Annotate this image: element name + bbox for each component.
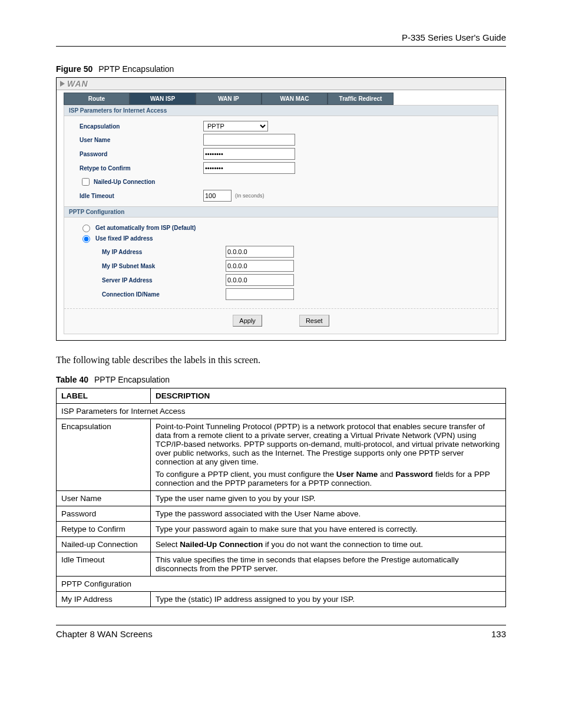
figure-caption: Figure 50PPTP Encapsulation: [56, 64, 506, 74]
label-retype: Retype to Confirm: [80, 165, 203, 172]
label-user-name: User Name: [80, 137, 203, 143]
footer-chapter: Chapter 8 WAN Screens: [56, 629, 153, 639]
label-fixed-ip: Use fixed IP address: [95, 235, 153, 242]
row-span-pptp: PPTP Configuration: [57, 577, 506, 592]
cell-desc: Type your password again to make sure th…: [151, 522, 506, 537]
section-pptp-config: PPTP Configuration: [64, 206, 498, 218]
retype-input[interactable]: [203, 162, 295, 174]
wan-isp-panel: ISP Parameters for Internet Access Encap…: [64, 105, 498, 334]
cell-desc: This value specifies the time in seconds…: [151, 552, 506, 577]
header-rule: [56, 46, 506, 47]
wan-tab-row: Route WAN ISP WAN IP WAN MAC Traffic Red…: [64, 93, 498, 105]
window-title: WAN: [67, 79, 88, 88]
radio-auto-ip[interactable]: [82, 225, 90, 232]
cell-label: Retype to Confirm: [57, 522, 151, 537]
encap-desc-p1: Point-to-Point Tunneling Protocol (PPTP)…: [156, 422, 501, 466]
footer-rule: [56, 625, 506, 625]
table-title: PPTP Encapsulation: [94, 375, 170, 384]
table-row: Password Type the password associated wi…: [57, 506, 506, 522]
section-isp-params: ISP Parameters for Internet Access: [64, 105, 498, 116]
header-guide-title: P-335 Series User's Guide: [56, 32, 506, 46]
password-input[interactable]: [203, 148, 295, 160]
radio-fixed-ip[interactable]: [82, 235, 90, 243]
label-password: Password: [80, 151, 203, 157]
description-table: LABEL DESCRIPTION ISP Parameters for Int…: [56, 388, 506, 607]
encap-desc-p2: To configure a PPTP client, you must con…: [156, 470, 501, 487]
encapsulation-select[interactable]: PPTP: [203, 121, 268, 131]
table-row: Encapsulation Point-to-Point Tunneling P…: [57, 419, 506, 491]
cell-label: My IP Address: [57, 592, 151, 607]
label-server-ip: Server IP Address: [102, 277, 226, 284]
apply-button[interactable]: Apply: [233, 315, 262, 327]
table-row: Retype to Confirm Type your password aga…: [57, 522, 506, 537]
figure-number: Figure 50: [56, 64, 92, 74]
label-idle-timeout: Idle Timeout: [80, 193, 203, 199]
label-my-ip: My IP Address: [102, 249, 226, 255]
table-row: Idle Timeout This value specifies the ti…: [57, 552, 506, 577]
label-auto-ip: Get automatically from ISP (Default): [95, 225, 196, 231]
label-encapsulation: Encapsulation: [80, 123, 203, 130]
tab-route[interactable]: Route: [64, 93, 130, 105]
th-label: LABEL: [57, 388, 151, 404]
figure-title: PPTP Encapsulation: [98, 64, 174, 74]
cell-desc: Point-to-Point Tunneling Protocol (PPTP)…: [151, 419, 506, 491]
cell-desc: Type the password associated with the Us…: [151, 506, 506, 522]
my-mask-input[interactable]: [226, 260, 294, 272]
cell-label: Idle Timeout: [57, 552, 151, 577]
cell-desc: Select Nailed-Up Connection if you do no…: [151, 537, 506, 552]
arrow-right-icon: [60, 81, 65, 87]
tab-wan-isp[interactable]: WAN ISP: [130, 93, 196, 105]
window-title-bar: WAN: [57, 78, 505, 90]
user-name-input[interactable]: [203, 134, 295, 146]
idle-timeout-unit: (In seconds): [235, 193, 265, 199]
server-ip-input[interactable]: [226, 274, 294, 286]
reset-button[interactable]: Reset: [299, 315, 329, 327]
cell-desc: Type the user name given to you by your …: [151, 491, 506, 506]
nailed-up-checkbox[interactable]: [82, 178, 90, 186]
tab-traffic-redirect[interactable]: Traffic Redirect: [328, 93, 394, 105]
figure-screenshot: WAN Route WAN ISP WAN IP WAN MAC Traffic…: [56, 77, 506, 341]
cell-label: User Name: [57, 491, 151, 506]
footer-page-number: 133: [491, 629, 506, 639]
label-my-mask: My IP Subnet Mask: [102, 263, 226, 269]
cell-label: Password: [57, 506, 151, 522]
conn-id-input[interactable]: [226, 288, 294, 300]
my-ip-input[interactable]: [226, 246, 294, 258]
tab-wan-mac[interactable]: WAN MAC: [262, 93, 328, 105]
table-caption: Table 40PPTP Encapsulation: [56, 375, 506, 384]
th-description: DESCRIPTION: [151, 388, 506, 404]
cell-label: Nailed-up Connection: [57, 537, 151, 552]
cell-label: Encapsulation: [57, 419, 151, 491]
label-nailed-up: Nailed-Up Connection: [94, 179, 155, 185]
row-span-isp: ISP Parameters for Internet Access: [57, 404, 506, 419]
idle-timeout-input[interactable]: [203, 190, 232, 202]
table-row: Nailed-up Connection Select Nailed-Up Co…: [57, 537, 506, 552]
tab-wan-ip[interactable]: WAN IP: [196, 93, 262, 105]
body-paragraph: The following table describes the labels…: [56, 355, 506, 365]
label-conn-id: Connection ID/Name: [102, 291, 226, 298]
table-number: Table 40: [56, 375, 88, 384]
table-row: My IP Address Type the (static) IP addre…: [57, 592, 506, 607]
cell-desc: Type the (static) IP address assigned to…: [151, 592, 506, 607]
table-row: User Name Type the user name given to yo…: [57, 491, 506, 506]
